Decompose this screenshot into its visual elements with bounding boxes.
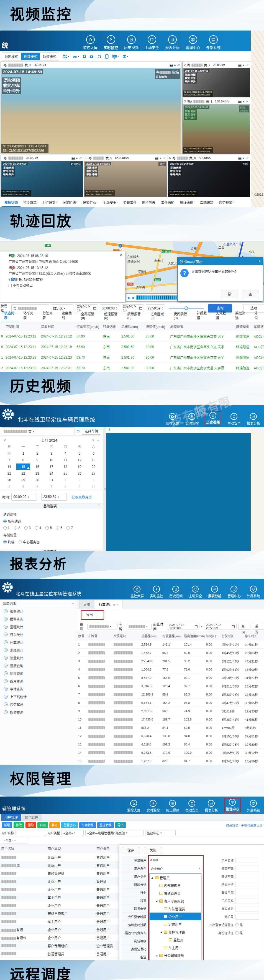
calendar-day[interactable]: 14 — [2, 463, 16, 470]
calendar-day[interactable]: 31 — [44, 477, 58, 484]
table-row[interactable]: 12 6,520.4133.894.00.00 2时15分37秒 27分51秒 — [77, 732, 264, 740]
column-header[interactable]: 车辆状 — [253, 322, 264, 331]
record-icon[interactable]: ■ — [243, 100, 244, 103]
nav-item-monitor-screen[interactable]: 监控大屏 — [130, 585, 144, 598]
column-header[interactable]: 行车速度(km/h) — [75, 322, 102, 331]
field-input[interactable] — [235, 874, 259, 879]
bottom-tab[interactable]: 主动安全 — [100, 198, 120, 207]
nav-item-history-video[interactable]: 历史视频 — [124, 35, 139, 50]
all-channel-radio[interactable]: 所有通道 — [3, 519, 21, 523]
sidebar-item[interactable]: ◷上下线统计 — [0, 693, 77, 700]
field-input[interactable] — [235, 890, 259, 895]
calendar-day[interactable]: 7 — [44, 484, 58, 490]
sidebar-item[interactable]: ◷停车统计 — [0, 638, 77, 646]
nav-item-safety[interactable]: 主动安全 — [185, 800, 199, 812]
bottom-tab[interactable]: 车辆状态 — [2, 197, 21, 207]
tablet-icon[interactable] — [105, 54, 109, 59]
calendar-day[interactable]: 4 — [2, 484, 16, 490]
calendar-day[interactable]: 2 — [30, 450, 44, 457]
sidebar-item[interactable]: ◷报警统计 — [0, 607, 77, 615]
user-role-select[interactable]: =全部=-班组管理员(1级(低)) — [85, 830, 144, 836]
snapshot-icon[interactable]: 📷 — [238, 156, 242, 159]
record-icon[interactable]: ■ — [243, 64, 244, 67]
speed-slider[interactable] — [169, 308, 204, 309]
channel-radio[interactable]: 2 — [14, 526, 20, 530]
channel-radio[interactable]: 7 — [66, 526, 73, 530]
tree-item[interactable]: 客户专用组织 — [150, 897, 201, 905]
sidebar-item[interactable]: ◷疲劳驾驶 — [0, 700, 77, 708]
channel-radio[interactable]: 4 — [35, 526, 41, 530]
video-cell-3[interactable]: 3粤A黄_3130.6KB/s 📷■♪× 2024-07-15 14:50:00… — [182, 98, 250, 154]
sidebar-item[interactable]: ◷行车统计 — [0, 631, 77, 638]
collapse-sidebar-icon[interactable]: « — [72, 601, 74, 605]
calendar-day[interactable]: 18 — [58, 463, 73, 470]
stop-icon[interactable]: ■ — [132, 296, 134, 300]
toolbar-button[interactable]: 重置密码 — [61, 822, 78, 828]
table-row[interactable]: 13 4,118.0101.288.40.00 1时52分23秒 19分30秒 — [77, 740, 264, 749]
calendar-day[interactable]: 2 — [73, 477, 87, 484]
nav-item-external[interactable]: 外部系统 — [247, 585, 260, 598]
column-header[interactable]: 接收时间 — [40, 322, 75, 331]
nav-item-realtime[interactable]: 实时监控 — [147, 800, 160, 812]
video-cell-4[interactable]: 粤28.4KB/s 📷■♪× 2024-07-15 14:50:00 右侧货区 … — [0, 154, 84, 197]
toolbar-button[interactable]: 禁用 — [49, 822, 60, 828]
nav-item-realtime[interactable]: 实时监控 — [104, 35, 118, 50]
grid-layout-icon[interactable]: ▾ — [63, 54, 69, 59]
table-row[interactable]: 8 5,674.1154.297.80.00 2时47分50秒 36分05秒 — [77, 698, 264, 707]
column-header[interactable]: 总里程(km) — [140, 632, 161, 640]
calendar-day[interactable]: 6 — [30, 484, 44, 490]
column-header[interactable]: 限速值(km/h) — [145, 322, 169, 331]
toolbar-button[interactable]: 删除 — [25, 822, 36, 828]
table-row[interactable]: 14 9,763.5172.6100.90.00 3时05分16秒 33分12秒 — [77, 749, 264, 757]
field-input[interactable] — [235, 898, 259, 904]
snapshot-icon[interactable]: 📷 — [169, 64, 173, 67]
toolbar-button[interactable]: 启用 — [37, 822, 48, 828]
nav-item-reports[interactable]: 报表分析 — [205, 800, 218, 812]
video-cell-1[interactable]: 粤黄_1 36.0KB/s 📷■♪× 2024-07-15 14:49:59 粤… — [0, 62, 182, 154]
close-icon[interactable]: × — [117, 603, 118, 606]
reset-button[interactable]: 重置 — [252, 623, 264, 630]
calendar-day[interactable]: 9 — [73, 484, 87, 490]
calendar-day[interactable]: 29 — [16, 477, 30, 484]
column-header[interactable]: 行驶时长 — [221, 632, 244, 640]
mute-icon[interactable]: ♪× — [245, 156, 248, 159]
sidebar-item[interactable]: ◷轨迹查询 — [0, 708, 77, 716]
sidebar-item[interactable]: ◷油量统计 — [0, 654, 77, 662]
calendar-day[interactable]: 3 — [87, 477, 101, 484]
checkbox[interactable] — [9, 284, 12, 287]
column-header[interactable]: 总里程(km) — [120, 322, 145, 331]
nav-item-admin-center[interactable]: 管理中心 — [186, 35, 200, 50]
record-icon[interactable]: ■ — [160, 156, 161, 159]
table-row[interactable]: 9 2,091.666.374.90.00 58分19秒 12分33秒 — [77, 707, 264, 715]
get-video-calendar-link[interactable]: 获取录像月历 — [72, 495, 92, 499]
column-header[interactable]: 用户类型 — [47, 844, 95, 853]
org-select[interactable] — [87, 624, 117, 630]
panel-splitter[interactable]: ◀ — [103, 427, 106, 551]
tree-item[interactable]: 普通管理员 — [150, 889, 201, 897]
nav-item-monitor-screen[interactable]: 监控大屏 — [166, 413, 179, 425]
calendar-day[interactable]: 24 — [44, 470, 58, 477]
nav-item-admin-center[interactable]: 管理中心 — [228, 585, 241, 598]
record-icon[interactable]: ■ — [174, 64, 175, 67]
calendar-day[interactable]: 30 — [30, 477, 44, 484]
buy-sms-link[interactable]: 购买短信 — [226, 823, 238, 827]
bottom-tab[interactable]: 监管事件 — [120, 198, 139, 207]
calendar-day[interactable]: 4 — [58, 450, 73, 457]
mute-icon[interactable]: ♪× — [162, 156, 165, 159]
table-row[interactable]: 1 2,554.9142.1101.40.00 2时04分29秒 10分51秒 — [77, 640, 264, 649]
calendar-day[interactable]: 1 — [16, 450, 30, 457]
column-header[interactable]: 卫星时间 — [5, 322, 40, 331]
calendar-day[interactable]: 28 — [2, 477, 16, 484]
headset-icon[interactable] — [97, 54, 101, 59]
nav-item-safety[interactable]: 主动安全 — [145, 35, 159, 50]
slider-thumb[interactable] — [185, 306, 188, 310]
next-year-icon[interactable]: » — [96, 438, 101, 442]
mode-map[interactable]: 地图模式 — [2, 53, 21, 60]
table-row[interactable]: 5 8,847.2163.099.10.00 2时58分33秒 31分27秒 — [77, 674, 264, 682]
video-playback-area[interactable] — [106, 433, 251, 551]
yes-button[interactable]: 是 — [221, 291, 238, 298]
table-row[interactable]: 4 1,004.377.878.60.00 1时02分51秒 18分09秒 — [77, 665, 264, 674]
field-value[interactable]: 企业用户 — [149, 865, 201, 871]
calendar-day[interactable]: 27 — [87, 470, 101, 477]
sidebar-item[interactable]: ◷事件查询 — [0, 685, 77, 693]
